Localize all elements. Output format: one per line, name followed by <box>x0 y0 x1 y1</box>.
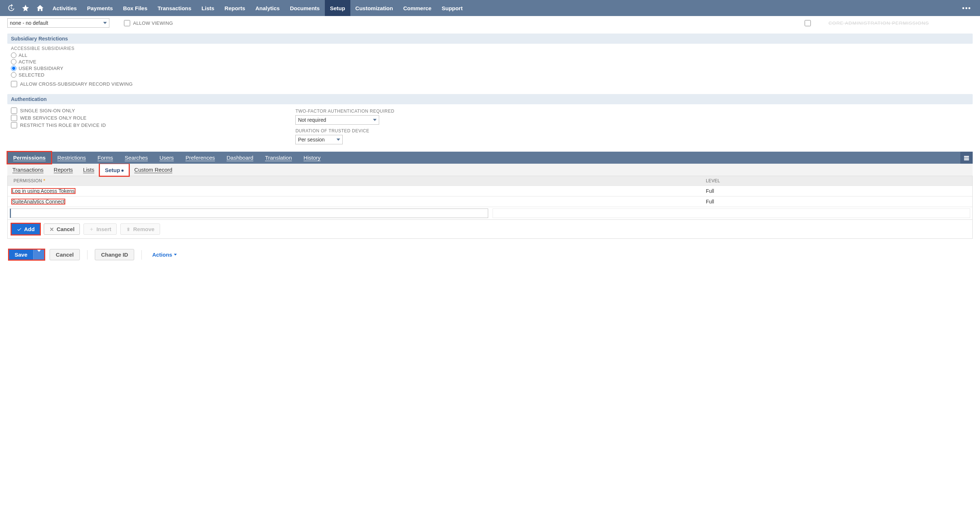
chevron-down-icon <box>373 119 377 121</box>
subtab-lists[interactable]: Lists <box>78 164 100 176</box>
webservices-only-checkbox[interactable]: WEB SERVICES ONLY ROLE <box>11 115 106 121</box>
save-dropdown[interactable] <box>33 249 45 260</box>
allow-viewing-checkbox[interactable]: ALLOW VIEWING <box>124 20 173 26</box>
chevron-down-icon <box>337 138 340 141</box>
change-id-button[interactable]: Change ID <box>95 249 134 260</box>
accessible-subsidiaries-label: ACCESSIBLE SUBSIDIARIES <box>11 46 973 51</box>
nav-commerce[interactable]: Commerce <box>398 0 437 16</box>
recent-icon[interactable] <box>4 0 18 16</box>
table-actions: Add Cancel Insert Remove <box>7 220 973 239</box>
radio-selected[interactable]: SELECTED <box>11 72 973 78</box>
nav-lists[interactable]: Lists <box>197 0 220 16</box>
divider <box>142 250 142 259</box>
subsidiary-radios: ALL ACTIVE USER SUBSIDIARY SELECTED <box>11 53 973 78</box>
tab-history[interactable]: History <box>298 152 327 164</box>
subtab-custom-record[interactable]: Custom Record <box>129 164 177 176</box>
duration-select[interactable]: Per session <box>295 135 343 144</box>
col-level: LEVEL <box>702 176 972 186</box>
nav-more-icon[interactable]: ••• <box>957 4 976 12</box>
perm-name: Log in using Access Tokens <box>11 188 75 194</box>
nav-box-files[interactable]: Box Files <box>118 0 153 16</box>
radio-active[interactable]: ACTIVE <box>11 59 973 65</box>
table-row[interactable]: SuiteAnalytics Connect Full <box>8 196 972 207</box>
edited-dot-icon <box>121 170 124 172</box>
nav-documents[interactable]: Documents <box>285 0 325 16</box>
actions-menu[interactable]: Actions <box>149 249 180 260</box>
perm-level: Full <box>702 196 972 207</box>
cross-subsidiary-checkbox[interactable]: ALLOW CROSS-SUBSIDIARY RECORD VIEWING <box>11 81 133 87</box>
cancel-row-button[interactable]: Cancel <box>44 223 80 235</box>
table-row[interactable]: Log in using Access Tokens Full <box>8 186 972 196</box>
perm-name: SuiteAnalytics Connect <box>11 199 65 205</box>
subtab-reports[interactable]: Reports <box>48 164 78 176</box>
cancel-button[interactable]: Cancel <box>49 249 80 260</box>
tab-translation[interactable]: Translation <box>259 152 298 164</box>
chevron-down-icon <box>103 22 107 24</box>
tab-permissions[interactable]: Permissions <box>7 152 51 164</box>
nav-transactions[interactable]: Transactions <box>153 0 197 16</box>
section-subsidiary: Subsidiary Restrictions <box>7 33 973 44</box>
required-icon: * <box>42 178 45 183</box>
tab-restrictions[interactable]: Restrictions <box>51 152 92 164</box>
tab-layout-toggle[interactable] <box>960 152 973 164</box>
permission-input[interactable] <box>10 208 488 218</box>
cross-subsidiary-label: ALLOW CROSS-SUBSIDIARY RECORD VIEWING <box>20 81 133 87</box>
default-select-value: none - no default <box>10 20 48 26</box>
insert-button: Insert <box>83 223 117 235</box>
default-select[interactable]: none - no default <box>7 18 110 28</box>
tfa-label: TWO-FACTOR AUTHENTICATION REQUIRED <box>295 109 394 114</box>
nav-analytics[interactable]: Analytics <box>250 0 285 16</box>
allow-viewing-label: ALLOW VIEWING <box>133 21 173 26</box>
sso-only-checkbox[interactable]: SINGLE SIGN-ON ONLY <box>11 108 106 114</box>
nav-activities[interactable]: Activities <box>48 0 82 16</box>
divider <box>87 250 88 259</box>
tab-searches[interactable]: Searches <box>119 152 153 164</box>
permissions-table: PERMISSION * LEVEL Log in using Access T… <box>7 176 973 220</box>
tab-dashboard[interactable]: Dashboard <box>221 152 259 164</box>
add-button[interactable]: Add <box>11 223 40 235</box>
home-icon[interactable] <box>33 0 48 16</box>
allow-viewing-input[interactable] <box>124 20 130 26</box>
nav-support[interactable]: Support <box>436 0 468 16</box>
remove-button: Remove <box>120 223 160 235</box>
core-admin-input[interactable] <box>805 20 811 26</box>
nav-payments[interactable]: Payments <box>82 0 118 16</box>
nav-setup[interactable]: Setup <box>325 0 350 16</box>
level-input[interactable] <box>493 208 970 218</box>
save-button[interactable]: Save <box>9 249 33 260</box>
tfa-select[interactable]: Not required <box>295 115 379 125</box>
perm-level: Full <box>702 186 972 196</box>
chevron-down-icon <box>174 254 177 256</box>
star-icon[interactable] <box>18 0 33 16</box>
restrict-device-checkbox[interactable]: RESTRICT THIS ROLE BY DEVICE ID <box>11 122 106 128</box>
page-footer: Save Cancel Change ID Actions <box>7 249 973 260</box>
duration-value: Per session <box>298 137 325 143</box>
subtab-setup[interactable]: Setup <box>100 164 129 176</box>
tfa-value: Not required <box>298 117 326 123</box>
core-admin-checkbox[interactable]: CORE ADMINISTRATION PERMISSIONS <box>805 20 929 26</box>
radio-user-subsidiary[interactable]: USER SUBSIDIARY <box>11 65 973 71</box>
col-permission: PERMISSION <box>13 178 42 183</box>
tab-forms[interactable]: Forms <box>92 152 119 164</box>
table-header: PERMISSION * LEVEL <box>8 176 972 186</box>
subtab-bar: Permissions Restrictions Forms Searches … <box>7 152 973 164</box>
nav-customization[interactable]: Customization <box>350 0 398 16</box>
tab-preferences[interactable]: Preferences <box>180 152 221 164</box>
top-nav: Activities Payments Box Files Transactio… <box>0 0 980 16</box>
table-input-row <box>8 207 972 220</box>
chevron-down-icon <box>37 250 41 257</box>
cross-subsidiary-input[interactable] <box>11 81 17 87</box>
permission-subtabs: Transactions Reports Lists Setup Custom … <box>7 164 973 176</box>
tab-users[interactable]: Users <box>153 152 180 164</box>
duration-label: DURATION OF TRUSTED DEVICE <box>295 128 394 134</box>
nav-reports[interactable]: Reports <box>220 0 250 16</box>
subtab-transactions[interactable]: Transactions <box>7 164 48 176</box>
radio-all[interactable]: ALL <box>11 53 973 58</box>
core-admin-label: CORE ADMINISTRATION PERMISSIONS <box>828 21 929 26</box>
save-button-group: Save <box>9 249 45 260</box>
section-authentication: Authentication <box>7 94 973 104</box>
